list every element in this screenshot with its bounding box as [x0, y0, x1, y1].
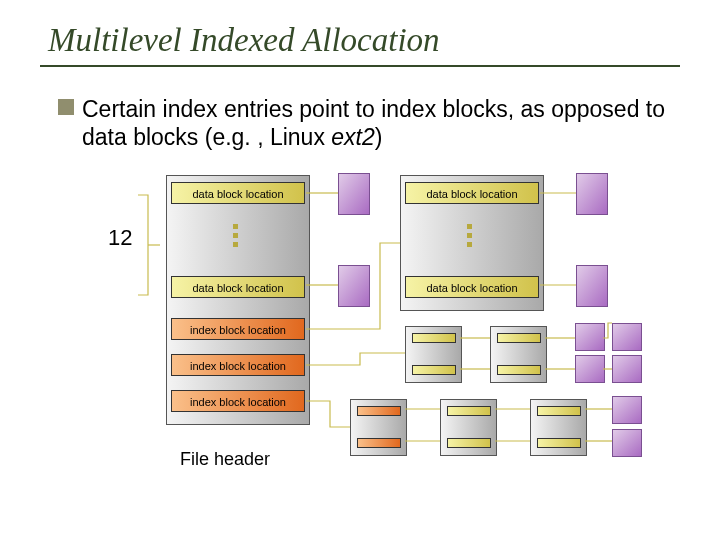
mini-data-bar	[537, 438, 581, 448]
indirect-block	[490, 326, 547, 383]
mini-data-bar	[537, 406, 581, 416]
mini-data-bar	[497, 365, 541, 375]
mini-data-bar	[447, 438, 491, 448]
data-block	[338, 173, 370, 215]
mini-index-bar	[357, 406, 401, 416]
slide-title: Multilevel Indexed Allocation	[0, 0, 720, 59]
indirect-block	[530, 399, 587, 456]
file-header-label: File header	[180, 449, 270, 470]
data-block	[338, 265, 370, 307]
mini-index-bar	[357, 438, 401, 448]
mini-data-bar	[447, 406, 491, 416]
title-underline	[40, 65, 680, 67]
data-slot: data block location	[171, 182, 305, 204]
data-block	[575, 355, 605, 383]
single-indirect-block: data block location data block location	[400, 175, 544, 311]
index-slot: index block location	[171, 318, 305, 340]
data-block	[575, 323, 605, 351]
data-block	[612, 429, 642, 457]
ellipsis-icon	[233, 224, 238, 247]
direct-count-label: 12	[108, 225, 132, 251]
mini-data-bar	[497, 333, 541, 343]
bullet-text: Certain index entries point to index blo…	[82, 95, 680, 151]
diagram-area: 12 File header data block location data …	[0, 151, 720, 491]
data-block	[612, 355, 642, 383]
indirect-block	[350, 399, 407, 456]
inode-block: data block location data block location …	[166, 175, 310, 425]
mini-data-bar	[412, 333, 456, 343]
data-block	[576, 265, 608, 307]
data-block	[612, 323, 642, 351]
data-slot: data block location	[405, 182, 539, 204]
ellipsis-icon	[467, 224, 472, 247]
mini-data-bar	[412, 365, 456, 375]
data-block	[576, 173, 608, 215]
index-slot: index block location	[171, 390, 305, 412]
bullet-marker	[58, 99, 74, 115]
indirect-block	[440, 399, 497, 456]
data-slot: data block location	[171, 276, 305, 298]
indirect-block	[405, 326, 462, 383]
data-slot: data block location	[405, 276, 539, 298]
data-block	[612, 396, 642, 424]
index-slot: index block location	[171, 354, 305, 376]
bullet-item: Certain index entries point to index blo…	[58, 95, 680, 151]
